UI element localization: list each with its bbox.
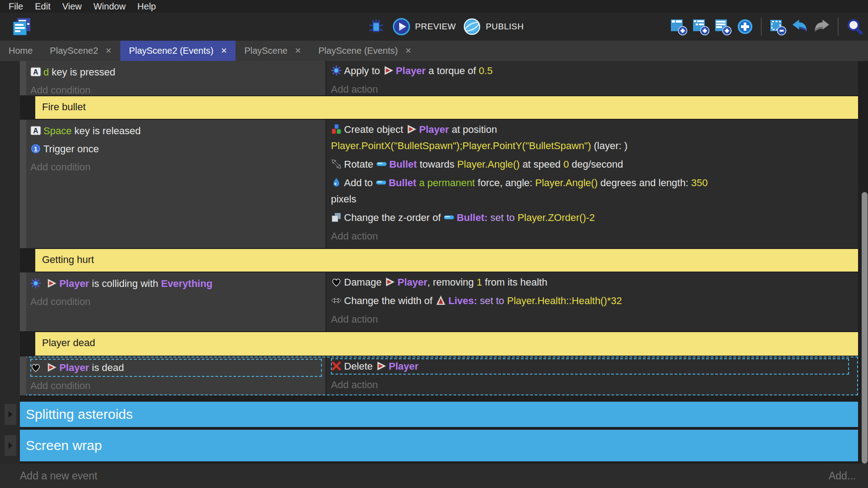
tab-playscene[interactable]: PlayScene✕ [236, 41, 310, 61]
text-segment: is colliding with [89, 278, 161, 289]
tab-home[interactable]: Home [0, 41, 41, 61]
conditions-cell[interactable]: Player is deadAdd condition [26, 357, 326, 395]
condition[interactable]: 1Trigger once [30, 140, 322, 158]
text-segment: Trigger once [43, 143, 99, 155]
add-condition-button[interactable]: Add condition [30, 293, 322, 311]
tab-close-icon[interactable]: ✕ [405, 47, 411, 55]
menu-window[interactable]: Window [88, 0, 132, 13]
player-icon [46, 278, 57, 289]
conditions-cell[interactable]: Ad key is pressedAdd condition [26, 61, 326, 95]
debugger-button[interactable] [367, 18, 385, 36]
publish-label: PUBLISH [486, 22, 524, 32]
tab-close-icon[interactable]: ✕ [295, 47, 301, 55]
preview-play-icon [392, 18, 410, 36]
add-subevent-button[interactable] [692, 18, 710, 36]
text-segment: Bullet [389, 177, 416, 188]
tab-label: PlayScene2 (Events) [129, 46, 213, 56]
event-sheet: Ad key is pressedAdd conditionApply to P… [0, 61, 868, 464]
add-new-button[interactable] [736, 18, 754, 36]
text-segment: Player [59, 362, 89, 373]
add-new-event-button[interactable]: Add a new event [20, 470, 97, 482]
tab-close-icon[interactable]: ✕ [105, 47, 112, 55]
menu-edit[interactable]: Edit [29, 0, 56, 13]
add-more-button[interactable]: Add... [829, 470, 856, 482]
action[interactable]: Rotate Bullet towards Player.Angle() at … [331, 156, 849, 173]
app-icon [11, 16, 33, 38]
redo-button[interactable] [813, 18, 831, 36]
menu-help[interactable]: Help [132, 0, 162, 13]
actions-cell[interactable]: Delete PlayerAdd action [326, 357, 858, 395]
action[interactable]: Add to Bullet a permanent force, angle: … [331, 175, 849, 207]
tab-playscene2[interactable]: PlayScene2✕ [41, 41, 120, 61]
toolbar-separator [838, 18, 839, 36]
remove-event-button[interactable] [769, 18, 787, 36]
action[interactable]: Delete Player [331, 358, 849, 375]
comment-row[interactable]: Getting hurt [35, 249, 858, 272]
condition[interactable]: Player is dead [30, 359, 322, 377]
tab-playscene2-events[interactable]: PlayScene2 (Events)✕ [120, 41, 236, 61]
preview-button[interactable]: PREVIEW [392, 18, 456, 36]
menu-file[interactable]: File [3, 0, 29, 13]
group-collapse-arrow-icon[interactable] [5, 435, 16, 456]
player-icon [376, 361, 387, 371]
text-segment: Change the width of [344, 295, 435, 306]
text-segment: 0.5 [479, 65, 493, 76]
text-segment: 350 [691, 177, 708, 188]
publish-button[interactable]: PUBLISH [463, 18, 524, 36]
tab-close-icon[interactable]: ✕ [221, 47, 227, 55]
key-icon: A [30, 66, 41, 77]
add-comment-button[interactable] [714, 18, 732, 36]
add-condition-button[interactable]: Add condition [30, 81, 322, 95]
add-action-button[interactable]: Add action [331, 311, 849, 328]
menu-view[interactable]: View [57, 0, 88, 13]
action[interactable]: Create object Player at positionPlayer.P… [331, 122, 849, 154]
condition[interactable]: Player is colliding with Everything [30, 275, 322, 293]
vertical-scrollbar[interactable] [861, 61, 868, 464]
text-segment: Player [397, 277, 427, 288]
tab-playscene-events[interactable]: PlayScene (Events)✕ [310, 41, 420, 61]
actions-cell[interactable]: Apply to Player a torque of 0.5Add actio… [326, 61, 858, 95]
text-segment: a torque of [426, 65, 479, 76]
text-segment: Player [419, 124, 449, 135]
add-event-button[interactable] [670, 18, 688, 36]
condition[interactable]: ASpace key is released [30, 122, 322, 140]
action[interactable]: Change the width of Lives: set to Player… [331, 293, 849, 309]
add-condition-button[interactable]: Add condition [30, 158, 322, 176]
comment-row[interactable]: Player dead [35, 332, 858, 356]
project-manager-button[interactable] [11, 16, 33, 38]
tab-label: Home [9, 46, 33, 56]
tab-label: PlayScene [244, 46, 288, 56]
comment-row[interactable]: Fire bullet [35, 96, 858, 119]
search-button[interactable] [845, 18, 863, 36]
action[interactable]: Apply to Player a torque of 0.5 [331, 63, 849, 79]
trigger-once-icon: 1 [30, 143, 41, 154]
text-segment: 0 [563, 159, 569, 170]
scrollbar-thumb[interactable] [862, 192, 868, 464]
undo-button[interactable] [791, 18, 809, 36]
add-action-button[interactable]: Add action [331, 377, 849, 393]
rotate-icon [331, 159, 342, 169]
text-segment: Player.Angle() [457, 159, 519, 170]
actions-cell[interactable]: Create object Player at positionPlayer.P… [326, 120, 858, 248]
text-segment: Change the z-order of [344, 212, 443, 223]
actions-cell[interactable]: Damage Player, removing 1 from its healt… [326, 272, 858, 331]
text-segment: set to [480, 295, 507, 306]
conditions-cell[interactable]: ASpace key is released1Trigger onceAdd c… [26, 120, 326, 248]
action[interactable]: Change the z-order of Bullet: set to Pla… [331, 210, 849, 226]
condition[interactable]: Ad key is pressed [30, 63, 322, 81]
text-segment: pixels [331, 193, 356, 205]
conditions-cell[interactable]: Player is colliding with EverythingAdd c… [26, 272, 326, 331]
add-condition-button[interactable]: Add condition [30, 377, 322, 395]
action[interactable]: Damage Player, removing 1 from its healt… [331, 274, 849, 291]
group-collapse-arrow-icon[interactable] [5, 404, 16, 425]
group-row[interactable]: Screen wrap [20, 430, 858, 461]
zorder-icon [331, 212, 342, 223]
publish-globe-icon [463, 18, 481, 36]
bullet-icon [443, 212, 454, 223]
add-action-button[interactable]: Add action [331, 228, 849, 244]
group-row[interactable]: Splitting asteroids [20, 402, 858, 427]
event-row: Player is deadAdd conditionDelete Player… [20, 357, 858, 395]
add-action-button[interactable]: Add action [331, 81, 849, 95]
add-event-icon [670, 18, 688, 36]
text-segment: force, angle: [478, 177, 535, 188]
